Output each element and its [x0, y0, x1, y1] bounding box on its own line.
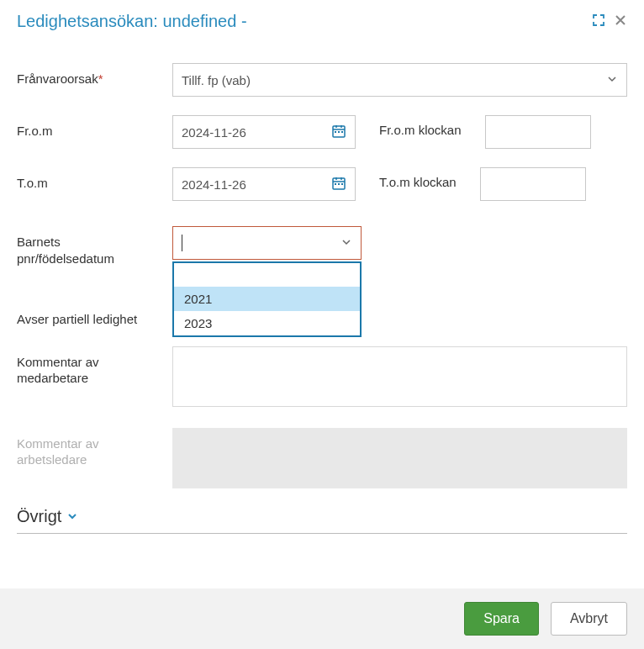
label-reason: Frånvaroorsak*: [17, 63, 156, 87]
save-button[interactable]: Spara: [464, 602, 539, 636]
calendar-icon[interactable]: [331, 124, 346, 141]
chevron-down-icon: [606, 73, 618, 87]
from-date-input[interactable]: 2024-11-26: [172, 115, 356, 149]
svg-rect-5: [335, 183, 336, 185]
reason-select[interactable]: Tillf. fp (vab): [172, 63, 627, 97]
calendar-icon[interactable]: [331, 176, 346, 193]
dropdown-option-blank[interactable]: [174, 263, 360, 287]
svg-rect-2: [338, 131, 340, 133]
to-date-input[interactable]: 2024-11-26: [172, 167, 356, 201]
comment-manager-textarea: [172, 428, 627, 488]
to-time-input[interactable]: [480, 167, 586, 201]
label-comment-emp: Kommentar av medarbetare: [17, 346, 156, 387]
row-comment-emp: Kommentar av medarbetare: [17, 346, 627, 409]
svg-rect-1: [335, 131, 336, 133]
label-comment-mgr: Kommentar av arbetsledare: [17, 428, 156, 468]
text-cursor: [182, 235, 182, 251]
chevron-down-icon: [66, 507, 78, 526]
from-date-value: 2024-11-26: [182, 125, 246, 140]
svg-rect-6: [338, 183, 340, 185]
comment-employee-textarea[interactable]: [172, 346, 627, 407]
row-to: T.o.m 2024-11-26 T.o.m klockan: [17, 167, 627, 201]
label-from-date: Fr.o.m: [17, 115, 156, 140]
label-partial: Avser partiell ledighet: [17, 303, 156, 328]
reason-value: Tillf. fp (vab): [182, 73, 251, 87]
label-from-time: Fr.o.m klockan: [379, 115, 462, 137]
child-combo: 2021 2023: [172, 226, 362, 260]
label-to-date: T.o.m: [17, 167, 156, 192]
child-dropdown-list: 2021 2023: [172, 261, 362, 337]
collapse-other[interactable]: Övrigt: [17, 507, 627, 534]
cancel-button[interactable]: Avbryt: [551, 602, 627, 636]
header-controls: [592, 13, 627, 29]
to-date-value: 2024-11-26: [182, 177, 246, 192]
dialog-footer: Spara Avbryt: [0, 588, 644, 649]
collapse-label: Övrigt: [17, 507, 61, 526]
row-comment-mgr: Kommentar av arbetsledare: [17, 428, 627, 488]
dialog-title: Ledighetsansökan: undefined -: [17, 12, 247, 31]
dropdown-option[interactable]: 2023: [174, 311, 360, 335]
chevron-down-icon: [340, 236, 352, 251]
form: Frånvaroorsak* Tillf. fp (vab) Fr.o.m 20…: [0, 40, 644, 488]
close-icon[interactable]: [614, 13, 627, 29]
row-child: Barnets pnr/födelsedatum 2021 2023: [17, 226, 627, 266]
label-child: Barnets pnr/födelsedatum: [17, 226, 156, 266]
dialog-header: Ledighetsansökan: undefined -: [0, 0, 644, 40]
row-from: Fr.o.m 2024-11-26 Fr.o.m klockan: [17, 115, 627, 149]
child-input[interactable]: [172, 226, 362, 260]
row-reason: Frånvaroorsak* Tillf. fp (vab): [17, 63, 627, 97]
svg-rect-7: [341, 183, 343, 185]
expand-icon[interactable]: [592, 13, 605, 29]
label-to-time: T.o.m klockan: [379, 167, 457, 189]
dropdown-option[interactable]: 2021: [174, 287, 360, 311]
svg-rect-3: [341, 131, 343, 133]
from-time-input[interactable]: [485, 115, 591, 149]
